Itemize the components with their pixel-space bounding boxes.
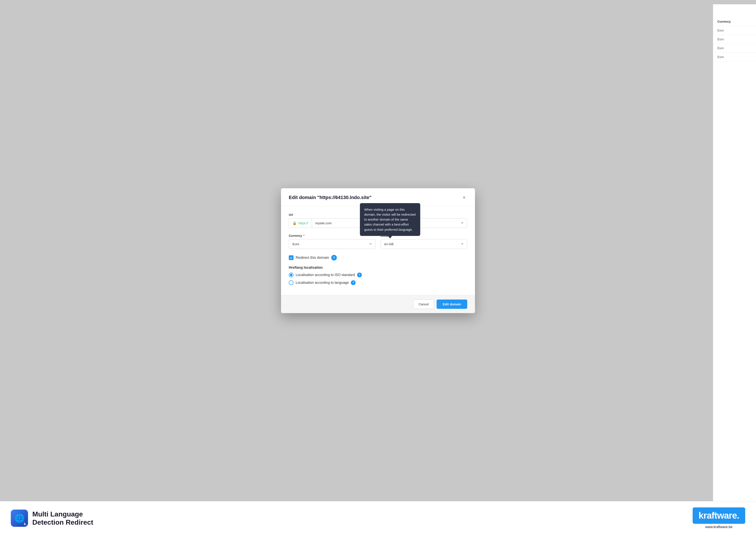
radio-iso-inner xyxy=(290,274,292,276)
tooltip-box: When visiting a page on this domain, the… xyxy=(360,203,420,236)
radio-iso-option[interactable]: Localisation according to ISO standard ? xyxy=(289,272,467,277)
modal-body: Url 🔒 https:// Language * English xyxy=(281,206,475,295)
close-button[interactable]: × xyxy=(461,194,467,201)
edit-domain-modal: Edit domain "https://64130.lndo.site" × … xyxy=(281,188,475,313)
brand-website: www.kraftware.be xyxy=(693,525,745,529)
iso-help-icon[interactable]: ? xyxy=(357,272,362,277)
language-help-icon[interactable]: ? xyxy=(351,280,356,285)
brand-name: kraftware. xyxy=(699,510,739,521)
app-info: 🌐 k. Multi Language Detection Redirect xyxy=(11,510,93,527)
currency-group: Currency * Euro USD GBP xyxy=(289,234,375,249)
brand-right: kraftware. www.kraftware.be xyxy=(693,507,745,529)
bg-table-row: Euro xyxy=(713,26,756,35)
radio-language-button[interactable] xyxy=(289,280,293,285)
protocol-text: https:// xyxy=(298,221,308,225)
modal-footer: Cancel Edit domain xyxy=(281,295,475,313)
radio-iso-button[interactable] xyxy=(289,272,293,277)
lock-icon: 🔒 xyxy=(292,221,297,225)
tooltip-container: When visiting a page on this domain, the… xyxy=(360,203,420,236)
url-protocol: 🔒 https:// xyxy=(289,218,312,228)
edit-domain-button[interactable]: Edit domain xyxy=(437,299,467,309)
redirect-checkbox[interactable] xyxy=(289,255,293,260)
app-icon: 🌐 k. xyxy=(11,510,28,527)
bg-table-row: Euro xyxy=(713,44,756,53)
app-name: Multi Language Detection Redirect xyxy=(32,510,93,526)
redirect-section: Redirect this domain ? When visiting a p… xyxy=(289,255,467,261)
redirect-help-icon[interactable]: ? xyxy=(331,255,337,261)
currency-select[interactable]: Euro USD GBP xyxy=(289,239,375,249)
locale-select[interactable]: en-GB en-US fr-FR xyxy=(381,239,467,249)
cancel-button[interactable]: Cancel xyxy=(413,299,434,309)
radio-language-option[interactable]: Localisation according to language ? xyxy=(289,280,467,285)
app-name-text: Multi Language Detection Redirect xyxy=(32,510,93,526)
bg-table-row: Euro xyxy=(713,53,756,62)
globe-icon: 🌐 xyxy=(14,514,25,523)
radio-iso-label: Localisation according to ISO standard xyxy=(296,273,355,277)
tooltip-text: When visiting a page on this domain, the… xyxy=(364,208,416,231)
tooltip-arrow xyxy=(388,236,392,239)
redirect-label: Redirect this domain xyxy=(296,256,329,260)
hreflang-title: Hreflang localisation xyxy=(289,266,467,269)
locale-group: Locale en-GB en-US fr-FR xyxy=(381,234,467,249)
currency-required: * xyxy=(302,234,304,238)
bg-table-header: Currency xyxy=(713,17,756,26)
hreflang-section: Hreflang localisation Localisation accor… xyxy=(289,266,467,285)
currency-locale-row: Currency * Euro USD GBP Locale en-GB en-… xyxy=(289,234,467,249)
k-letter: k. xyxy=(24,522,27,526)
bottom-bar: 🌐 k. Multi Language Detection Redirect k… xyxy=(0,501,756,535)
modal-title: Edit domain "https://64130.lndo.site" xyxy=(289,195,371,200)
redirect-checkbox-wrapper[interactable]: Redirect this domain xyxy=(289,255,329,260)
bg-table-row: Euro xyxy=(713,35,756,44)
radio-language-label: Localisation according to language xyxy=(296,281,349,285)
brand-logo: kraftware. xyxy=(693,507,745,524)
